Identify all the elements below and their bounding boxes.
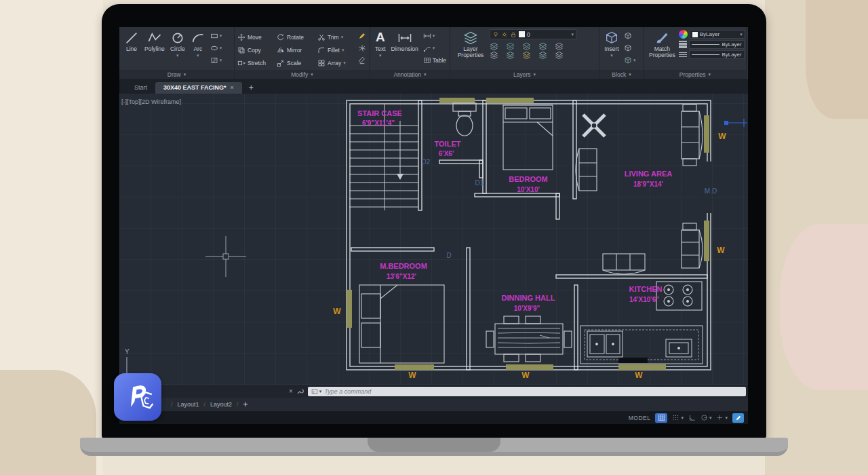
erase-button[interactable] xyxy=(358,55,366,65)
room-label[interactable]: KITCHEN xyxy=(629,285,663,293)
layer-tool-icon[interactable] xyxy=(506,42,515,51)
annotation-panel-title[interactable]: Annotation▾ xyxy=(370,70,450,79)
door-tag-d2[interactable]: D2 xyxy=(422,158,431,166)
object-snap-button[interactable]: ▾ xyxy=(716,413,728,423)
layer-dropdown[interactable]: 0 ▾ xyxy=(490,29,576,39)
close-icon[interactable]: × xyxy=(231,84,234,91)
model-space-indicator[interactable]: MODEL xyxy=(629,415,651,421)
layers-panel-title[interactable]: Layers▾ xyxy=(450,70,599,79)
block-panel-title[interactable]: Block▾ xyxy=(599,70,644,79)
grid-display-button[interactable] xyxy=(655,413,667,423)
customize-wrench-icon[interactable] xyxy=(296,387,304,395)
room-label[interactable]: TOILET xyxy=(435,140,461,148)
array-button[interactable]: Array▾ xyxy=(317,56,355,69)
rotate-button[interactable]: Rotate xyxy=(277,31,317,43)
room-label[interactable]: STAIR CASE xyxy=(357,109,402,117)
drawing-canvas[interactable]: [-][Top][2D Wireframe] xyxy=(119,94,748,385)
window-tag[interactable]: W xyxy=(333,307,341,316)
edit-block-button[interactable] xyxy=(624,43,636,53)
window-tag[interactable]: W xyxy=(408,370,416,380)
room-dim[interactable]: 13'6"X12' xyxy=(387,273,416,280)
object-color-dropdown[interactable]: ByLayer▾ xyxy=(690,30,745,39)
layer-tool-icon[interactable] xyxy=(490,42,498,51)
scale-button[interactable]: Scale xyxy=(277,56,317,69)
snap-mode-button[interactable]: ▾ xyxy=(672,413,684,423)
properties-panel-title[interactable]: Properties▾ xyxy=(644,70,746,79)
line-button[interactable]: Line xyxy=(122,29,141,54)
layer-tool-icon[interactable] xyxy=(522,42,531,51)
layer-tool-icon[interactable] xyxy=(555,51,564,60)
layer-tool-icon[interactable] xyxy=(506,51,515,60)
ortho-mode-button[interactable] xyxy=(688,413,696,423)
move-button[interactable]: Move xyxy=(237,31,277,43)
table-button[interactable]: Table xyxy=(423,55,446,65)
living-sofa-right-top[interactable] xyxy=(682,104,703,166)
rectangle-button[interactable]: ▾ xyxy=(210,31,222,41)
explode-button[interactable] xyxy=(358,43,366,53)
door-tag-md[interactable]: M.D xyxy=(705,187,717,195)
copy-button[interactable]: Copy xyxy=(237,43,277,56)
window-tag[interactable]: W xyxy=(521,370,530,380)
kitchen-stove[interactable] xyxy=(656,282,702,310)
insert-button[interactable]: Insert▾ xyxy=(602,29,621,60)
dimension-button[interactable]: Dimension xyxy=(389,29,420,54)
ceiling-fan[interactable] xyxy=(583,115,605,136)
living-sofa-right-bottom[interactable] xyxy=(682,223,703,268)
trim-button[interactable]: Trim▾ xyxy=(317,31,355,43)
room-label[interactable]: LIVING AREA xyxy=(625,170,673,178)
window-tag[interactable]: W xyxy=(717,246,725,255)
linetype-dropdown[interactable]: ByLayer xyxy=(689,50,745,59)
window-tag[interactable]: W xyxy=(635,370,643,380)
window-tag[interactable]: W xyxy=(718,132,726,141)
living-sofa-left[interactable] xyxy=(576,149,597,191)
dining-table[interactable] xyxy=(486,316,572,362)
interior-walls[interactable] xyxy=(351,100,707,370)
match-properties-button[interactable]: Match Properties xyxy=(647,29,677,60)
tab-layout1[interactable]: Layout1 xyxy=(178,401,199,408)
living-sofa-bottom[interactable] xyxy=(603,254,645,274)
layer-tool-icon[interactable] xyxy=(490,51,498,60)
create-block-button[interactable] xyxy=(624,31,636,41)
layer-tool-icon[interactable] xyxy=(522,51,531,60)
modify-panel-title[interactable]: Modify▾ xyxy=(235,70,370,79)
stretch-button[interactable]: Stretch xyxy=(237,56,277,69)
layer-tool-icon[interactable] xyxy=(538,51,547,60)
fillet-button[interactable]: Fillet▾ xyxy=(317,43,355,56)
door-tag-d[interactable]: D xyxy=(446,252,451,259)
room-dim[interactable]: 18'9"X14' xyxy=(633,180,663,188)
bedroom-bed[interactable] xyxy=(503,105,553,170)
layer-tool-icon[interactable] xyxy=(555,42,564,51)
draw-panel-title[interactable]: Draw▾ xyxy=(119,70,234,79)
room-dim[interactable]: 14'X10'6" xyxy=(629,296,659,303)
layer-properties-button[interactable]: Layer Properties xyxy=(453,29,488,60)
isodraft-button[interactable]: ▾ xyxy=(701,413,712,423)
door-tag-d1[interactable]: D1 xyxy=(475,179,484,187)
room-label[interactable]: BEDROOM xyxy=(509,175,547,183)
lineweight-dropdown[interactable]: ByLayer xyxy=(689,40,745,49)
text-button[interactable]: AText▾ xyxy=(373,29,388,60)
master-bed[interactable] xyxy=(359,285,444,363)
command-input[interactable]: ▾ Type a command xyxy=(308,387,746,396)
room-label[interactable]: DINNING HALL xyxy=(502,294,555,302)
tab-drawing[interactable]: 30X40 EAST FACING*× xyxy=(155,82,242,94)
close-command-icon[interactable]: × xyxy=(289,387,293,395)
room-dim[interactable]: 10'X10' xyxy=(517,186,540,193)
layer-tool-icon[interactable] xyxy=(538,42,547,51)
mirror-button[interactable]: Mirror xyxy=(277,43,317,56)
arc-button[interactable]: Arc▾ xyxy=(189,29,208,60)
block-attributes-button[interactable]: ▾ xyxy=(624,55,636,65)
command-prompt-chip[interactable]: ▾ xyxy=(311,388,322,395)
leader-button[interactable]: ▾ xyxy=(423,43,446,53)
polyline-button[interactable]: Polyline xyxy=(142,29,167,54)
window-fixtures[interactable] xyxy=(347,98,709,370)
outer-walls[interactable] xyxy=(347,100,711,370)
hatch-button[interactable]: ▾ xyxy=(210,55,222,65)
new-tab-button[interactable]: + xyxy=(242,83,260,94)
annotation-scale-button[interactable] xyxy=(732,413,744,423)
room-dim[interactable]: 6'9"X11'4" xyxy=(362,119,395,127)
floor-plan[interactable]: STAIR CASE 6'9"X11'4" TOILET 6'X6' BEDRO… xyxy=(119,94,748,385)
edit-polyline-button[interactable] xyxy=(358,31,366,41)
dim-style-button[interactable]: ▾ xyxy=(423,31,446,41)
room-dim[interactable]: 10'X9'9" xyxy=(514,305,540,312)
room-dim[interactable]: 6'X6' xyxy=(439,150,454,157)
